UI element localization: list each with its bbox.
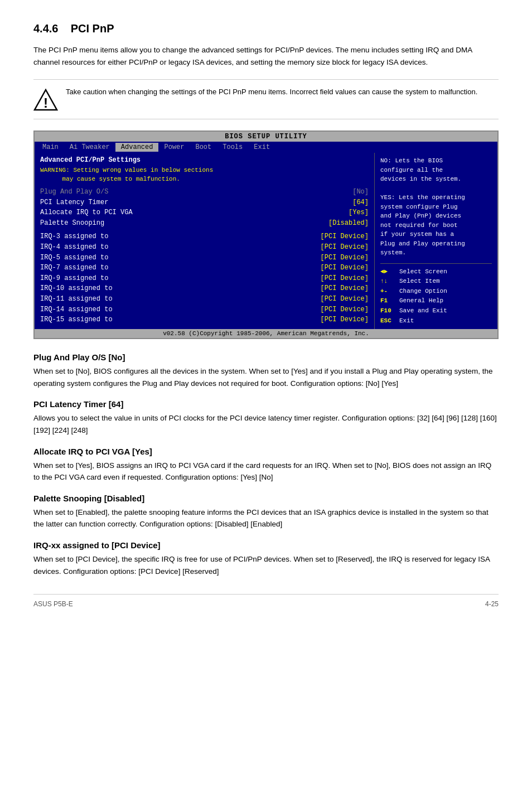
subsection-heading-plug-play: Plug And Play O/S [No] [33, 352, 499, 362]
bios-nav-esc: ESC Exit [380, 316, 492, 326]
warning-icon: ! [33, 88, 58, 112]
bios-nav-f1: F1 General Help [380, 296, 492, 306]
bios-row-allocate-irq[interactable]: Allocate IRQ to PCI VGA [Yes] [40, 207, 369, 218]
bios-nav-f10: F10 Save and Exit [380, 306, 492, 316]
bios-tab-advanced[interactable]: Advanced [115, 143, 159, 152]
brand-label: ASUS P5B-E [33, 600, 73, 608]
subsection-irq-assigned: IRQ-xx assigned to [PCI Device] When set… [33, 540, 499, 577]
bios-row-irq7[interactable]: IRQ-7 assigned to [PCI Device] [40, 263, 369, 273]
page-footer: ASUS P5B-E 4-25 [33, 594, 499, 608]
subsection-body-irq-assigned: When set to [PCI Device], the specific I… [33, 553, 499, 577]
subsection-allocate-irq: Allocate IRQ to PCI VGA [Yes] When set t… [33, 447, 499, 484]
bios-help-text: NO: Lets the BIOS configure all the devi… [380, 156, 492, 258]
warning-box: ! Take caution when changing the setting… [33, 79, 499, 119]
subsection-heading-irq-assigned: IRQ-xx assigned to [PCI Device] [33, 540, 499, 550]
subsection-plug-play: Plug And Play O/S [No] When set to [No],… [33, 352, 499, 389]
bios-row-irq15[interactable]: IRQ-15 assigned to [PCI Device] [40, 315, 369, 325]
bios-row-palette-snooping[interactable]: Palette Snooping [Disabled] [40, 218, 369, 229]
bios-tab-power[interactable]: Power [158, 143, 190, 152]
bios-row-irq14[interactable]: IRQ-14 assigned to [PCI Device] [40, 305, 369, 315]
subsection-pci-latency: PCI Latency Timer [64] Allows you to sel… [33, 399, 499, 436]
bios-row-irq5[interactable]: IRQ-5 assigned to [PCI Device] [40, 253, 369, 263]
bios-row-pci-latency[interactable]: PCI Latency Timer [64] [40, 197, 369, 208]
bios-row-irq11[interactable]: IRQ-11 assigned to [PCI Device] [40, 294, 369, 305]
bios-left-panel: Advanced PCI/PnP Settings WARNING: Setti… [35, 153, 375, 329]
bios-screen: BIOS SETUP UTILITY Main Ai Tweaker Advan… [33, 131, 499, 339]
section-title: 4.4.6 PCI PnP [33, 22, 499, 35]
subsection-body-palette-snooping: When set to [Enabled], the palette snoop… [33, 506, 499, 530]
bios-title-bar: BIOS SETUP UTILITY [35, 132, 497, 142]
bios-row-irq4[interactable]: IRQ-4 assigned to [PCI Device] [40, 242, 369, 253]
bios-warning: WARNING: Setting wrong values in below s… [40, 166, 369, 183]
bios-tab-tools[interactable]: Tools [217, 143, 248, 152]
subsection-body-pci-latency: Allows you to select the value in units … [33, 412, 499, 436]
subsection-heading-pci-latency: PCI Latency Timer [64] [33, 399, 499, 409]
bios-tab-aitweaker[interactable]: Ai Tweaker [64, 143, 115, 152]
bios-row-irq9[interactable]: IRQ-9 assigned to [PCI Device] [40, 273, 369, 284]
bios-right-panel: NO: Lets the BIOS configure all the devi… [375, 153, 497, 329]
bios-nav-select-screen: ◄► Select Screen [380, 267, 492, 277]
bios-nav-select-item: ↑↓ Select Item [380, 277, 492, 287]
bios-row-plug-play[interactable]: Plug And Play O/S [No] [40, 187, 369, 197]
bios-row-irq10[interactable]: IRQ-10 assigned to [PCI Device] [40, 283, 369, 294]
subsection-palette-snooping: Palette Snooping [Disabled] When set to … [33, 494, 499, 530]
bios-tab-exit[interactable]: Exit [248, 143, 275, 152]
bios-tab-boot[interactable]: Boot [190, 143, 217, 152]
subsection-heading-allocate-irq: Allocate IRQ to PCI VGA [Yes] [33, 447, 499, 456]
bios-row-irq3[interactable]: IRQ-3 assigned to [PCI Device] [40, 231, 369, 242]
subsection-heading-palette-snooping: Palette Snooping [Disabled] [33, 494, 499, 503]
bios-tabs: Main Ai Tweaker Advanced Power Boot Tool… [35, 142, 497, 153]
subsection-body-plug-play: When set to [No], BIOS configures all th… [33, 365, 499, 389]
svg-text:!: ! [43, 95, 48, 110]
bios-footer: v02.58 (C)Copyright 1985-2006, American … [35, 329, 497, 338]
bios-body: Advanced PCI/PnP Settings WARNING: Setti… [35, 153, 497, 329]
bios-nav-change-option: +- Change Option [380, 287, 492, 297]
bios-section-header: Advanced PCI/PnP Settings [40, 156, 369, 164]
warning-text: Take caution when changing the settings … [66, 86, 477, 98]
bios-tab-main[interactable]: Main [37, 143, 64, 152]
page-number: 4-25 [485, 600, 499, 608]
intro-paragraph: The PCI PnP menu items allow you to chan… [33, 44, 499, 68]
subsection-body-allocate-irq: When set to [Yes], BIOS assigns an IRQ t… [33, 460, 499, 484]
